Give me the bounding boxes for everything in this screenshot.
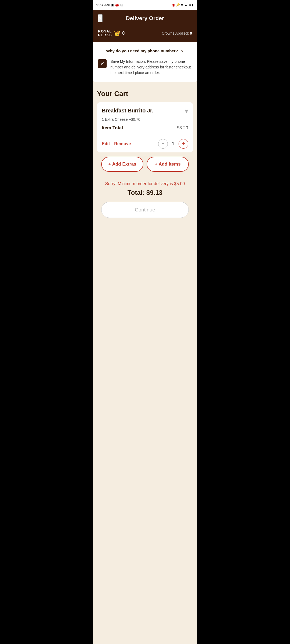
add-items-button[interactable]: + Add Items <box>147 157 189 172</box>
wifi-icon: ≋ <box>189 3 191 7</box>
item-total-label: Item Total <box>102 125 123 131</box>
phone-question-text: Why do you need my phone number? <box>106 49 178 53</box>
minimum-order-message: Sorry! Minimum order for delivery is $5.… <box>101 181 189 186</box>
cart-actions-left: Edit Remove <box>102 141 131 146</box>
cart-title: Your Cart <box>97 87 193 98</box>
cart-item-card: Breakfast Burrito Jr. ♥ 1 Extra Cheese +… <box>97 102 193 152</box>
battery-icon: ▮ <box>192 3 194 7</box>
favorite-icon[interactable]: ♥ <box>185 108 188 115</box>
wallet-icon: ⊞ <box>120 3 123 7</box>
item-total-price: $3.29 <box>177 125 188 131</box>
continue-button[interactable]: Continue <box>101 202 189 218</box>
cart-item-total-row: Item Total $3.29 <box>102 125 188 131</box>
phone-question-row[interactable]: Why do you need my phone number? ∨ <box>98 48 192 53</box>
cart-section: Your Cart Breakfast Burrito Jr. ♥ 1 Extr… <box>93 87 197 222</box>
crown-count: 0 <box>122 31 125 36</box>
close-button[interactable]: × <box>98 14 103 22</box>
record-icon: ◉ <box>172 3 175 7</box>
chevron-down-icon: ∨ <box>181 48 184 53</box>
cart-item-actions: Edit Remove − 1 + <box>97 135 193 152</box>
status-icons: ◉ 🔑 ✱ ▲ ≋ ▮ <box>172 3 194 7</box>
page-title: Delivery Order <box>126 15 164 21</box>
app-header: × Delivery Order <box>93 10 197 27</box>
media-icon: ◉ <box>115 2 119 8</box>
perks-bar: ROYAL PERKS 👑 0 Crowns Applied: 0 <box>93 27 197 42</box>
quantity-controls: − 1 + <box>158 139 188 149</box>
save-info-text: Save My Information. Please save my phon… <box>110 59 192 76</box>
camera-icon: ▣ <box>111 3 114 7</box>
order-total: Total: $9.13 <box>101 189 189 196</box>
add-buttons-row: + Add Extras + Add Items <box>97 157 193 172</box>
status-time: 9:57 AM <box>96 3 110 7</box>
main-content: Why do you need my phone number? ∨ Save … <box>93 42 197 644</box>
save-info-checkbox[interactable] <box>98 59 107 68</box>
perks-left: ROYAL PERKS 👑 0 <box>98 30 125 37</box>
cart-item-extras: 1 Extra Cheese +$0.70 <box>102 117 188 122</box>
remove-button[interactable]: Remove <box>114 141 131 146</box>
cart-item-name-row: Breakfast Burrito Jr. ♥ <box>102 108 188 115</box>
status-bar: 9:57 AM ▣ ◉ ⊞ ◉ 🔑 ✱ ▲ ≋ ▮ <box>93 0 197 10</box>
bluetooth-icon: ✱ <box>181 3 183 7</box>
crown-icon: 👑 <box>114 30 120 36</box>
decrease-quantity-button[interactable]: − <box>158 139 168 149</box>
edit-button[interactable]: Edit <box>102 141 110 146</box>
quantity-value: 1 <box>171 141 175 147</box>
phone-info-card: Why do you need my phone number? ∨ Save … <box>93 42 197 82</box>
crowns-applied: Crowns Applied: 0 <box>162 31 192 35</box>
cart-item-name: Breakfast Burrito Jr. <box>102 108 153 114</box>
signal-icon: ▲ <box>184 3 187 6</box>
status-left: 9:57 AM ▣ ◉ ⊞ <box>96 2 123 8</box>
save-info-row: Save My Information. Please save my phon… <box>98 59 192 76</box>
key-icon: 🔑 <box>176 3 180 7</box>
royal-perks-logo: ROYAL PERKS <box>98 30 112 37</box>
cart-item-top: Breakfast Burrito Jr. ♥ 1 Extra Cheese +… <box>97 102 193 135</box>
add-extras-button[interactable]: + Add Extras <box>101 157 143 172</box>
increase-quantity-button[interactable]: + <box>179 139 188 149</box>
bottom-section: Sorry! Minimum order for delivery is $5.… <box>97 177 193 222</box>
